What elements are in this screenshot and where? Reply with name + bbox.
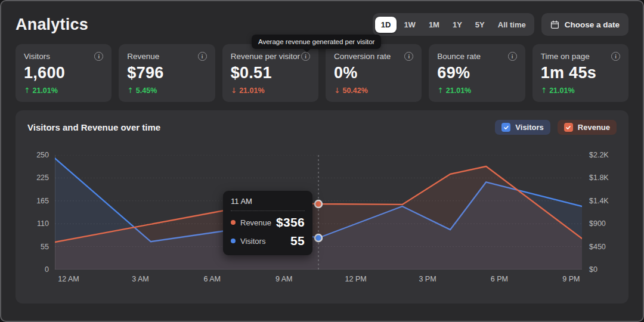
stat-label: Conversion rate (334, 52, 391, 61)
chart-title: Visitors and Revenue over time (27, 122, 160, 132)
range-1w[interactable]: 1W (398, 17, 422, 33)
stat-card-time-on-page: Time on pagei1m 45s↑21.01% (532, 44, 628, 102)
chart-legend: VisitorsRevenue (495, 120, 617, 135)
legend-checkbox-icon[interactable] (564, 123, 573, 132)
chart-header: Visitors and Revenue over time VisitorsR… (27, 120, 617, 135)
stat-label: Bounce rate (437, 52, 481, 61)
y-tick-right: $1.8K (589, 174, 609, 182)
legend-toggle-visitors[interactable]: Visitors (495, 120, 550, 135)
stat-value: 1,600 (24, 64, 103, 82)
chart-canvas (55, 155, 582, 270)
stat-label: Revenue (127, 52, 159, 61)
revenue-hover-dot (315, 200, 322, 208)
x-tick: 9 PM (562, 275, 580, 283)
calendar-icon (550, 20, 559, 29)
chart-tooltip-value: 55 (290, 234, 305, 248)
arrow-up-icon: ↑ (24, 86, 30, 95)
info-icon[interactable]: i (611, 52, 620, 61)
stat-label: Revenue per visitor (231, 52, 300, 61)
kpi-tooltip: Average revenue generated per visitor (252, 35, 381, 49)
chart-tooltip-label: Visitors (240, 237, 286, 246)
stat-change-value: 21.01% (32, 86, 57, 95)
page-title: Analytics (16, 16, 88, 34)
chart-tooltip-label: Revenue (240, 218, 271, 227)
stat-value: 1m 45s (541, 64, 620, 82)
range-1m[interactable]: 1M (423, 17, 445, 33)
y-axis-left: 250225165110550 (27, 155, 55, 270)
legend-checkbox-icon[interactable] (501, 123, 510, 132)
stat-change-value: 5.45% (136, 86, 157, 95)
stat-value: $0.51 (231, 64, 310, 82)
stat-value: 0% (334, 64, 413, 82)
chart-tooltip-value: $356 (276, 215, 305, 230)
stat-card-revenue-per-visitor: Revenue per visitori$0.51↓21.01% (222, 44, 318, 102)
y-axis-right: $2.2K$1.8K$1.4K$900$450$0 (582, 155, 617, 270)
stat-change: ↑21.01% (24, 86, 103, 95)
info-icon[interactable]: i (198, 52, 207, 61)
info-icon[interactable]: i (404, 52, 413, 61)
chart-tooltip: 11 AM Revenue$356Visitors55 (223, 191, 312, 255)
info-icon[interactable]: i (94, 52, 103, 61)
x-tick: 3 AM (132, 275, 149, 283)
range-5y[interactable]: 5Y (469, 17, 491, 33)
analytics-window: Analytics 1D1W1M1Y5YAll time Choose a da… (0, 0, 644, 322)
legend-toggle-revenue[interactable]: Revenue (558, 120, 617, 135)
time-range-group: 1D1W1M1Y5YAll time (373, 13, 534, 36)
x-tick: 12 AM (58, 275, 79, 283)
y-tick-left: 250 (36, 151, 49, 159)
y-tick-left: 110 (37, 219, 49, 228)
y-tick-right: $450 (589, 243, 606, 251)
stat-change: ↓21.01% (231, 86, 310, 95)
legend-label: Revenue (578, 123, 610, 132)
plot-area[interactable]: 11 AM Revenue$356Visitors55 (55, 155, 582, 270)
arrow-up-icon: ↑ (127, 86, 133, 95)
arrow-up-icon: ↑ (437, 86, 443, 95)
y-tick-right: $2.2K (589, 151, 609, 159)
stat-value: 69% (437, 64, 516, 82)
y-tick-left: 225 (36, 174, 49, 182)
chart-tooltip-time: 11 AM (231, 197, 305, 211)
stat-change: ↓50.42% (334, 86, 413, 95)
legend-label: Visitors (515, 123, 543, 132)
stat-card-visitors: Visitorsi1,600↑21.01% (16, 44, 112, 102)
x-tick: 3 PM (419, 275, 436, 283)
arrow-down-icon: ↓ (334, 86, 340, 95)
stat-change-value: 21.01% (549, 86, 574, 95)
x-axis-labels: 12 AM3 AM6 AM9 AM12 PM3 PM6 PM9 PM (55, 270, 582, 285)
kpi-tooltip-text: Average revenue generated per visitor (258, 38, 374, 45)
stat-change-value: 21.01% (239, 86, 264, 95)
series-dot-icon (231, 239, 236, 243)
y-tick-left: 0 (45, 265, 49, 274)
x-axis-row: 12 AM3 AM6 AM9 AM12 PM3 PM6 PM9 PM (27, 270, 617, 285)
stat-change: ↑21.01% (437, 86, 516, 95)
y-tick-right: $1.4K (589, 197, 609, 205)
range-all-time[interactable]: All time (492, 17, 532, 33)
choose-date-button[interactable]: Choose a date (541, 13, 628, 36)
stat-change: ↑5.45% (127, 86, 206, 95)
stat-card-conversion-rate: Conversion ratei0%↓50.42% (326, 44, 422, 102)
range-1y[interactable]: 1Y (447, 17, 468, 33)
info-icon[interactable]: i (301, 52, 310, 61)
stat-card-revenue: Revenuei$796↑5.45% (119, 44, 215, 102)
stat-label: Time on page (541, 52, 590, 61)
stat-change-value: 21.01% (446, 86, 471, 95)
x-tick: 6 AM (204, 275, 221, 283)
info-icon[interactable]: i (508, 52, 517, 61)
y-tick-right: $900 (589, 219, 606, 228)
plot-row: 250225165110550 11 AM Revenue$356Visitor… (27, 155, 617, 270)
visitors-hover-dot (315, 234, 322, 242)
arrow-down-icon: ↓ (231, 86, 237, 95)
arrow-up-icon: ↑ (541, 86, 547, 95)
x-tick: 12 PM (345, 275, 367, 283)
range-1d[interactable]: 1D (375, 17, 397, 33)
stat-card-bounce-rate: Bounce ratei69%↑21.01% (429, 44, 525, 102)
stats-grid: Visitorsi1,600↑21.01%Revenuei$796↑5.45%R… (1, 44, 643, 102)
stat-change: ↑21.01% (541, 86, 620, 95)
header-toolbar: 1D1W1M1Y5YAll time Choose a date (373, 13, 628, 36)
series-dot-icon (231, 220, 236, 225)
chart-tooltip-row-visitors: Visitors55 (231, 234, 305, 248)
x-tick: 9 AM (275, 275, 293, 283)
choose-date-label: Choose a date (565, 20, 620, 29)
x-tick: 6 PM (491, 275, 508, 283)
y-tick-left: 165 (36, 197, 49, 205)
